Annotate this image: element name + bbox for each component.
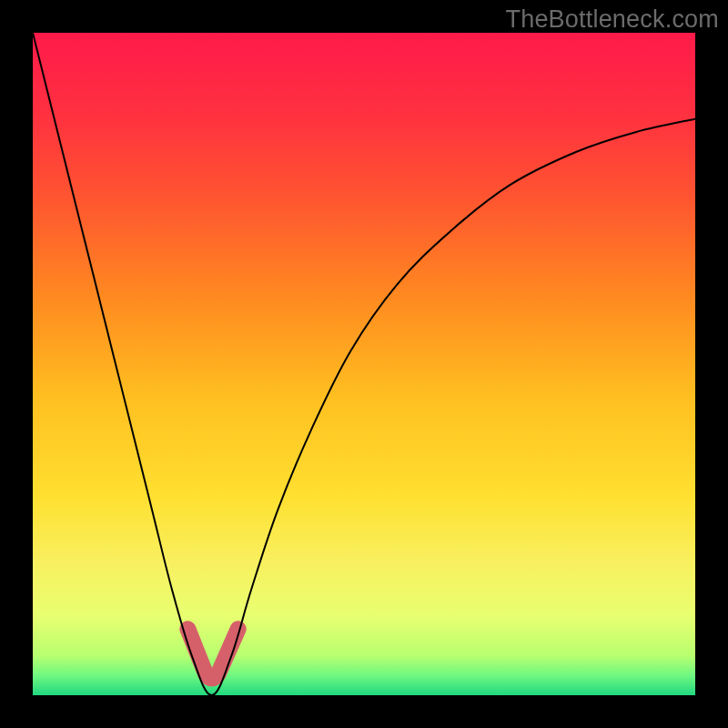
plot-area (33, 33, 695, 695)
chart-frame: TheBottleneck.com (0, 0, 728, 728)
gradient-background (33, 33, 695, 695)
plot-svg (33, 33, 695, 695)
watermark-text: TheBottleneck.com (505, 5, 719, 34)
